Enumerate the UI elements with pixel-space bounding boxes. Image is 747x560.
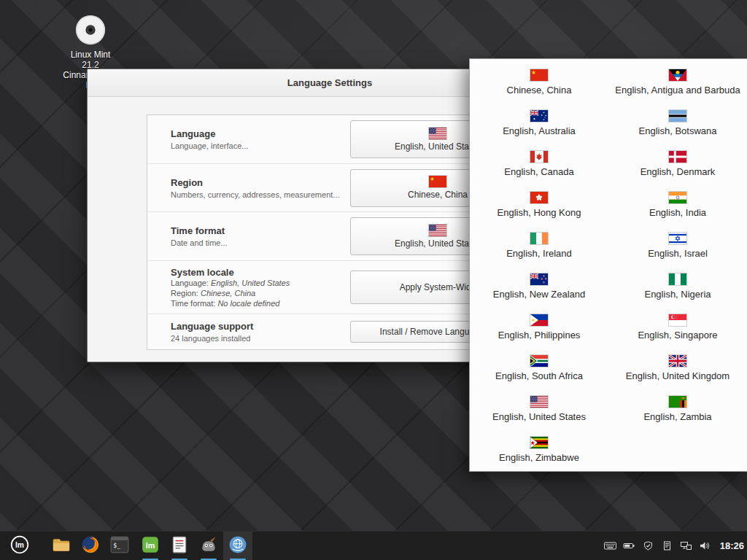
terminal-icon: $_ (110, 535, 129, 557)
volume-icon[interactable] (699, 540, 711, 551)
language-option[interactable]: English, United States (470, 389, 608, 429)
zm-flag-icon (669, 396, 686, 408)
hk-flag-icon (530, 192, 548, 203)
language-option-label: English, Denmark (640, 166, 716, 177)
in-flag-icon (669, 192, 686, 203)
us-flag-icon (429, 128, 446, 139)
text-editor-window-button[interactable] (165, 532, 194, 560)
language-option[interactable]: English, Denmark (608, 144, 747, 184)
language-option[interactable]: Chinese, China (470, 62, 608, 103)
il-flag-icon (669, 233, 686, 244)
language-option-label: English, Hong Kong (498, 207, 581, 218)
svg-text:$_: $_ (113, 541, 120, 548)
bw-flag-icon (669, 110, 686, 122)
language-settings-icon (228, 535, 247, 557)
firefox-icon (81, 535, 100, 557)
us-flag-icon (530, 396, 548, 408)
system-tray (604, 540, 717, 551)
language-selector-label: English, United States (395, 141, 481, 152)
language-option-label: English, Canada (504, 166, 573, 177)
nz-flag-icon (530, 273, 548, 285)
taskbar-windows: lm (136, 532, 252, 560)
gb-flag-icon (669, 355, 686, 367)
disc-icon (74, 13, 107, 47)
au-flag-icon (530, 110, 548, 122)
mint-welcome-window-button[interactable]: lm (136, 532, 165, 560)
language-option-label: English, South Africa (495, 370, 583, 381)
language-option[interactable]: English, Nigeria (608, 266, 747, 307)
battery-icon[interactable] (623, 540, 635, 551)
dk-flag-icon (669, 151, 686, 163)
language-option-label: English, Australia (503, 125, 576, 136)
gimp-window-button[interactable] (194, 532, 223, 560)
desktop: { "theme": { "accent": "#4fa5d8", "taskb… (0, 0, 747, 560)
terminal-launcher-button[interactable]: $_ (105, 532, 134, 560)
language-option[interactable]: English, Botswana (608, 103, 747, 144)
language-option-label: English, Antigua and Barbuda (615, 85, 740, 96)
language-option-label: English, Nigeria (644, 289, 711, 300)
language-option-label: English, Singapore (638, 330, 717, 341)
document-icon[interactable] (661, 540, 673, 551)
language-option[interactable]: English, Australia (470, 103, 608, 144)
language-popup: Chinese, ChinaEnglish, Antigua and Barbu… (469, 58, 747, 472)
language-option[interactable]: English, Philippines (470, 307, 608, 348)
language-option-label: English, New Zealand (493, 289, 585, 300)
language-option[interactable]: English, Canada (470, 144, 608, 184)
network-icon[interactable] (680, 540, 692, 551)
language-option-label: English, United States (492, 411, 586, 422)
language-option-label: English, Zimbabwe (499, 452, 579, 463)
language-option-label: English, India (649, 207, 706, 218)
apply-system-wide-label: Apply System-Wide (400, 282, 476, 292)
time-format-selector-label: English, United States (395, 238, 481, 249)
sg-flag-icon (669, 314, 686, 326)
cn-flag-icon (530, 69, 548, 81)
language-option-label: English, Ireland (506, 248, 572, 259)
language-option-label: Chinese, China (507, 85, 572, 96)
shield-icon[interactable] (642, 540, 654, 551)
zw-flag-icon (530, 437, 548, 448)
za-flag-icon (530, 355, 548, 367)
language-option[interactable]: English, Israel (608, 225, 747, 266)
ph-flag-icon (530, 314, 548, 326)
language-option[interactable]: English, United Kingdom (608, 348, 747, 389)
svg-text:lm: lm (15, 541, 24, 549)
language-option[interactable]: English, Hong Kong (470, 184, 608, 225)
gimp-icon (199, 535, 218, 557)
language-option[interactable]: English, Zimbabwe (470, 429, 608, 470)
ag-flag-icon (669, 69, 686, 81)
window-title: Language Settings (287, 77, 372, 88)
language-option[interactable]: English, South Africa (470, 348, 608, 389)
language-option[interactable]: English, Singapore (608, 307, 747, 348)
language-option[interactable]: English, India (608, 184, 747, 225)
language-option-label: English, United Kingdom (626, 370, 729, 381)
ng-flag-icon (669, 273, 686, 285)
svg-text:lm: lm (146, 540, 155, 549)
language-option-label: English, Botswana (639, 125, 717, 136)
files-icon (52, 535, 71, 557)
language-option-label: English, Israel (648, 248, 708, 259)
language-option[interactable]: English, Antigua and Barbuda (608, 62, 747, 103)
language-option[interactable]: English, New Zealand (470, 266, 608, 307)
firefox-launcher-button[interactable] (76, 532, 105, 560)
text-editor-icon (170, 535, 189, 557)
ca-flag-icon (530, 151, 548, 163)
mint-welcome-icon: lm (141, 535, 160, 557)
language-option[interactable]: English, Zambia (608, 389, 747, 429)
language-settings-window-button[interactable] (223, 532, 252, 560)
language-option-label: English, Zambia (643, 411, 711, 422)
files-launcher-button[interactable] (47, 532, 76, 560)
language-option-label: English, Philippines (498, 330, 581, 341)
cn-flag-icon (429, 176, 446, 187)
ie-flag-icon (530, 233, 548, 244)
taskbar-clock[interactable]: 18:26 (720, 540, 744, 551)
mint-menu-button[interactable]: lm (3, 532, 36, 560)
taskbar: lm $_ lm 18:26 (0, 531, 747, 560)
taskbar-launchers: $_ (47, 532, 134, 560)
mint-menu-icon: lm (10, 535, 29, 557)
language-option[interactable]: English, Ireland (470, 225, 608, 266)
us-flag-icon (429, 225, 446, 236)
keyboard-icon[interactable] (604, 540, 616, 551)
region-selector-label: Chinese, China (408, 190, 468, 200)
